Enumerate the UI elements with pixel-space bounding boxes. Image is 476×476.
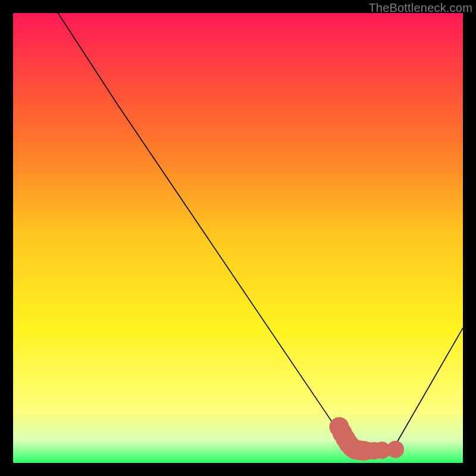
attribution-label: TheBottleneck.com bbox=[368, 1, 472, 15]
chart-frame: TheBottleneck.com bbox=[0, 0, 476, 476]
chart-svg bbox=[13, 13, 463, 463]
optimal-marker bbox=[387, 441, 404, 458]
plot-area bbox=[13, 13, 463, 463]
gradient-background bbox=[13, 13, 463, 463]
